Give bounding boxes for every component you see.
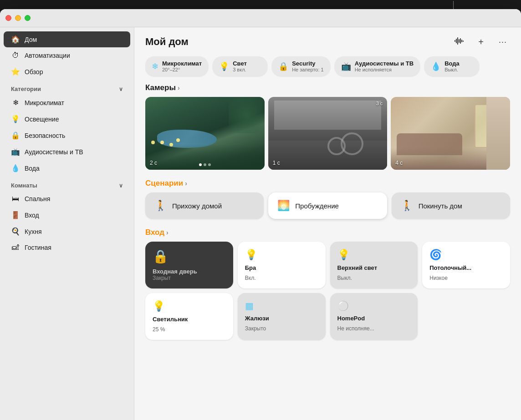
door-status: Закрыт [153, 275, 226, 281]
cameras-section-header[interactable]: Камеры › [145, 83, 510, 92]
kitchen-icon: 🍳 [11, 227, 20, 236]
sidebar-item-automations[interactable]: ⏱ Автоматизации [4, 48, 130, 63]
chip-audio-status: Не исполняется [355, 67, 414, 72]
climate-icon: ❄ [11, 98, 20, 107]
chip-microclimate-icon: ❄ [152, 61, 158, 71]
water-icon: 💧 [11, 164, 20, 172]
homepod-icon: ⚪ [337, 300, 411, 311]
chip-microclimate-name: Микроклимат [162, 60, 202, 67]
homepod-name: HomePod [337, 315, 411, 322]
chip-water-status: Выкл. [444, 67, 460, 72]
bedroom-icon: 🛏 [11, 195, 20, 203]
fan-name: Потолочный... [429, 264, 503, 271]
chip-audio[interactable]: 📺 Аудиосистемы и ТВ Не исполняется [335, 56, 420, 76]
chip-security-icon: 🔒 [278, 61, 288, 71]
minimize-button[interactable] [15, 15, 21, 21]
cameras-grid: 2 с [145, 97, 510, 170]
devices-grid: 🔒 Входная дверь Закрыт 💡 Бра Вкл. [145, 242, 510, 340]
sidebar-item-overview[interactable]: ⭐ Обзор [4, 64, 130, 80]
sidebar-item-audio[interactable]: 📺 Аудиосистемы и ТВ [4, 144, 130, 160]
svg-rect-1 [456, 39, 457, 43]
entrance-icon: 🚪 [11, 211, 20, 219]
chip-water[interactable]: 💧 Вода Выкл. [424, 56, 479, 76]
sconce-icon: 💡 [245, 249, 318, 261]
page-title: Мой дом [145, 36, 189, 48]
device-sconce[interactable]: 💡 Бра Вкл. [238, 242, 326, 288]
plus-icon: + [478, 37, 484, 47]
camera-card-1[interactable]: 2 с [145, 97, 265, 170]
lamp-status: 25 % [153, 326, 226, 333]
camera-2-bg [268, 97, 388, 170]
device-ceiling-fan[interactable]: 🌀 Потолочный... Низкое [422, 242, 510, 288]
device-blinds[interactable]: ▦ Жалюзи Закрыто [238, 293, 326, 340]
chip-water-icon: 💧 [431, 61, 441, 71]
door-lock-icon: 🔒 [153, 249, 226, 264]
sidebar-item-lighting[interactable]: 💡 Освещение [4, 111, 130, 127]
rooms-chevron[interactable]: ∨ [119, 182, 123, 189]
scenario-leave[interactable]: 🚶 Покинуть дом [392, 192, 510, 219]
sidebar-item-water[interactable]: 💧 Вода [4, 160, 130, 176]
sidebar: 🏠 Дом ⏱ Автоматизации ⭐ Обзор Категории … [0, 27, 134, 420]
cam1-dots [199, 163, 211, 166]
chip-light[interactable]: 💡 Свет 3 вкл. [213, 56, 267, 76]
cam2-timestamp: 1 с [273, 160, 280, 166]
lock-icon: 🔒 [11, 131, 20, 140]
svg-rect-4 [460, 38, 461, 44]
device-front-door[interactable]: 🔒 Входная дверь Закрыт [145, 242, 233, 288]
scenarios-title: Сценарии [145, 179, 183, 188]
entrance-chevron: › [166, 229, 169, 236]
leave-name: Покинуть дом [419, 202, 462, 210]
lamp-icon: 💡 [153, 300, 226, 312]
blinds-icon: ▦ [245, 300, 318, 311]
top-light-status: Выкл. [337, 275, 411, 281]
device-homepod[interactable]: ⚪ HomePod Не исполняе... [330, 293, 418, 340]
sidebar-item-kitchen[interactable]: 🍳 Кухня [4, 223, 130, 239]
chip-security-status: Не заперто: 1 [292, 67, 324, 72]
fan-status: Низкое [429, 275, 503, 281]
camera-1-bg [145, 97, 265, 170]
blinds-name: Жалюзи [245, 315, 318, 322]
entrance-section-header[interactable]: Вход › [145, 228, 510, 237]
scenario-arrive[interactable]: 🚶 Прихожу домой [145, 192, 264, 219]
living-icon: 🛋 [11, 243, 20, 252]
blinds-status: Закрыто [245, 325, 318, 332]
sconce-status: Вкл. [245, 275, 318, 281]
app-body: 🏠 Дом ⏱ Автоматизации ⭐ Обзор Категории … [0, 27, 521, 420]
camera-3-bg [391, 97, 510, 170]
sidebar-item-living[interactable]: 🛋 Гостиная [4, 240, 130, 255]
fullscreen-button[interactable] [25, 15, 31, 21]
traffic-lights [5, 15, 31, 21]
chip-light-icon: 💡 [219, 61, 229, 71]
sidebar-item-security[interactable]: 🔒 Безопасность [4, 127, 130, 143]
main-content-area: Мой дом [134, 27, 521, 420]
camera-card-2[interactable]: 1 с 3 с [268, 97, 388, 170]
cameras-chevron: › [178, 84, 180, 91]
waveform-icon [455, 37, 464, 47]
device-top-light[interactable]: 💡 Верхний свет Выкл. [330, 242, 418, 288]
add-button[interactable]: + [474, 35, 488, 49]
camera-card-3[interactable]: 4 с [391, 97, 510, 170]
chip-microclimate[interactable]: ❄ Микроклимат 20°–22° [145, 56, 208, 76]
arrive-name: Прихожу домой [172, 202, 222, 210]
chip-security[interactable]: 🔒 Security Не заперто: 1 [272, 56, 330, 76]
cameras-title: Камеры [145, 83, 176, 92]
sidebar-item-bedroom[interactable]: 🛏 Спальня [4, 191, 130, 207]
sidebar-item-entrance[interactable]: 🚪 Вход [4, 207, 130, 223]
star-icon: ⭐ [11, 67, 20, 76]
device-lamp[interactable]: 💡 Светильник 25 % [145, 293, 233, 340]
entrance-title: Вход [145, 228, 164, 237]
cam2-extra: 3 с [376, 101, 383, 106]
chip-audio-icon: 📺 [341, 61, 351, 71]
scenarios-section-header[interactable]: Сценарии › [145, 179, 510, 188]
sidebar-item-home[interactable]: 🏠 Дом [4, 31, 130, 47]
fan-icon: 🌀 [429, 249, 503, 261]
cam3-timestamp: 4 с [395, 160, 403, 166]
more-button[interactable]: ··· [495, 35, 510, 49]
leave-icon: 🚶 [401, 200, 413, 212]
close-button[interactable] [5, 15, 11, 21]
sidebar-item-climate[interactable]: ❄ Микроклимат [4, 95, 130, 111]
waveform-button[interactable] [452, 35, 466, 49]
scenario-wakeup[interactable]: 🌅 Пробуждение [268, 192, 387, 219]
chip-audio-name: Аудиосистемы и ТВ [355, 60, 414, 67]
categories-chevron[interactable]: ∨ [119, 86, 123, 92]
